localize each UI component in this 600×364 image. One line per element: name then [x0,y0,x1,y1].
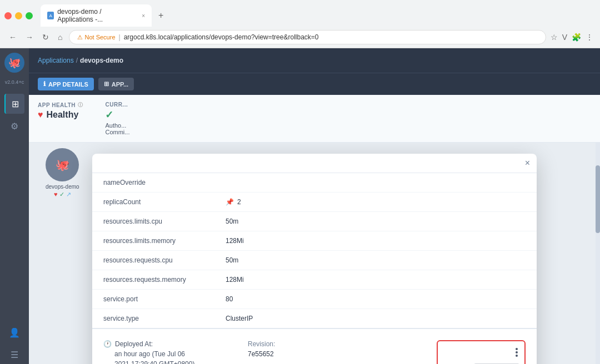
table-row-nameoverride: nameOverride [92,173,537,193]
modal-close-btn[interactable]: × [525,158,530,168]
tab-bar: A devops-demo / Applications -... × + [0,0,600,27]
app-health-value: ♥ Healthy [38,110,83,120]
user-icon: 👤 [9,327,20,338]
browser-toolbar-icons: ☆ V 🧩 ⋮ [551,33,593,42]
author-text: Autho... Commi... [105,122,129,135]
modal-table-section: × nameOverride replicaCount 📌 2 [92,154,537,328]
app-health-group: APP HEALTH ⓘ ♥ Healthy [38,102,83,135]
row-key: resources.requests.cpu [103,256,226,264]
sidebar-item-apps[interactable]: ⊞ [4,94,24,114]
clock-icon: 🕐 [103,340,112,348]
app-content: Applications / devops-demo ℹ APP DETAILS… [29,48,600,364]
history-row: 🕐 Deployed At: an hour ago (Tue Jul 06 2… [103,340,526,364]
breadcrumb-current: devops-demo [80,57,123,64]
minimize-window-btn[interactable] [15,12,22,19]
row-key: replicaCount [103,198,226,206]
row-key: nameOverride [103,179,226,186]
sidebar-logo: 🐙 [4,53,24,73]
action-bar: ℹ APP DETAILS ⊞ APP... [29,73,600,95]
active-tab[interactable]: A devops-demo / Applications -... × [41,4,152,27]
sidebar: 🐙 v2.0.4+c ⊞ ⚙ 👤 ☰ [0,48,29,364]
modal-table-header: × [92,154,537,173]
main-panel: 🐙 devops-demo ♥ ✓ ↗ × [29,143,600,364]
row-key: resources.limits.memory [103,237,226,245]
address-bar: ← → ↻ ⌂ ⚠ Not Secure | argocd.k8s.local/… [0,27,600,48]
pin-icon: 📌 [226,198,234,206]
history-right: Rollback [437,340,526,364]
heart-icon: ♥ [38,110,43,120]
sidebar-item-settings[interactable]: ⚙ [4,116,24,136]
check-icon: ✓ [105,109,113,121]
row-key: resources.requests.memory [103,276,226,284]
row-value: 128Mi [226,276,244,284]
revision-label: Revision: [248,340,426,348]
table-row-replicacount: replicaCount 📌 2 [92,193,537,212]
new-tab-btn[interactable]: + [154,8,168,23]
dot2 [516,351,518,353]
info-circle-icon: ⓘ [78,102,83,109]
app-details-btn[interactable]: ℹ APP DETAILS [38,78,94,90]
home-btn[interactable]: ⌂ [56,31,64,44]
table-row-cpu-limits: resources.limits.cpu 50m [92,212,537,231]
row-value: ClusterIP [226,315,253,322]
browser-chrome: A devops-demo / Applications -... × + ← … [0,0,600,48]
deployed-at: 🕐 Deployed At: [103,340,237,348]
app-btn2[interactable]: ⊞ APP... [98,78,134,90]
info-icon: ℹ [43,80,46,88]
hamburger-icon: ☰ [11,350,18,360]
tab-close-btn[interactable]: × [142,13,145,19]
app-health-label: APP HEALTH ⓘ [38,102,83,109]
table-row-cpu-requests: resources.requests.cpu 50m [92,251,537,270]
table-row-service-port: service.port 80 [92,290,537,309]
back-btn[interactable]: ← [7,31,19,44]
apps-grid-icon: ⊞ [104,80,109,88]
history-left: 🕐 Deployed At: an hour ago (Tue Jul 06 2… [103,340,237,364]
breadcrumb-applications[interactable]: Applications [38,57,74,64]
not-secure-indicator: ⚠ Not Secure [77,34,115,41]
row-value: 128Mi [226,237,244,245]
tab-label: devops-demo / Applications -... [57,8,136,23]
dot3 [516,355,518,357]
current-label: CURR... [105,102,129,108]
sidebar-version: v2.0.4+c [5,79,24,85]
deployed-time: an hour ago (Tue Jul 06 [103,350,237,358]
three-dots-btn[interactable] [513,346,520,359]
top-nav: Applications / devops-demo [29,48,600,73]
close-window-btn[interactable] [4,12,12,19]
settings-icon: ⚙ [11,121,18,132]
star-icon[interactable]: ☆ [551,33,558,42]
deployed-date: 2021 17:29:40 GMT+0800) [103,360,237,364]
scrollbar-thumb[interactable] [596,165,600,233]
tab-favicon: A [47,12,54,19]
current-value: ✓ [105,109,129,121]
row-value: 50m [226,256,238,264]
row-value: 80 [226,295,233,303]
table-row-memory-limits: resources.limits.memory 128Mi [92,231,537,251]
row-key: resources.limits.cpu [103,218,226,225]
vivaldi-icon[interactable]: V [562,33,567,42]
row-value: 📌 2 [226,198,241,206]
scrollbar-track [596,143,600,364]
row-key: service.port [103,295,226,303]
rollback-container: Rollback [437,340,526,364]
maximize-window-btn[interactable] [26,12,33,19]
menu-icon[interactable]: ⋮ [586,33,593,42]
modal-overlay: × nameOverride replicaCount 📌 2 [29,143,600,364]
breadcrumb: Applications / devops-demo [38,57,123,64]
forward-btn[interactable]: → [23,31,36,44]
extension-icon[interactable]: 🧩 [572,33,581,42]
apps-icon: ⊞ [12,99,19,109]
sidebar-item-menu[interactable]: ☰ [4,345,24,364]
sidebar-item-user[interactable]: 👤 [4,322,24,342]
url-text: argocd.k8s.local/applications/devops-dem… [124,33,319,41]
app-layout: 🐙 v2.0.4+c ⊞ ⚙ 👤 ☰ Applications / devops… [0,48,600,364]
current-sync-group: CURR... ✓ Autho... Commi... [105,102,129,135]
row-value: 50m [226,218,238,225]
breadcrumb-separator: / [76,57,78,64]
window-controls [4,12,33,19]
table-row-memory-requests: resources.requests.memory 128Mi [92,270,537,290]
row-key: service.type [103,315,226,322]
reload-btn[interactable]: ↻ [40,31,51,44]
modal-history-section: 🕐 Deployed At: an hour ago (Tue Jul 06 2… [92,328,537,364]
address-input[interactable]: ⚠ Not Secure | argocd.k8s.local/applicat… [69,30,546,44]
